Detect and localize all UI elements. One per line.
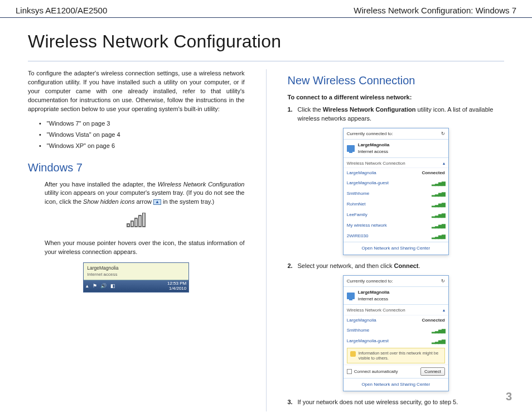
network-name: RohmNet (347, 201, 366, 208)
conn-text: LargeMagnolia Internet access (358, 142, 389, 155)
page-title: Wireless Network Configuration (0, 18, 532, 58)
os-link-list: "Windows 7" on page 3 "Windows Vista" on… (28, 119, 245, 151)
svg-rect-2 (135, 218, 137, 227)
network-name: Smithhome (347, 190, 369, 198)
signal-icon: ▂▃▅▆ (432, 180, 445, 187)
step-body: If your network does not use wireless se… (298, 398, 505, 407)
two-column-layout: To configure the adapter's wireless conn… (0, 69, 532, 411)
network-list: LargeMagnoliaConnectedSmithhome▂▃▅▆Large… (344, 315, 448, 347)
signal-icon: ▂▃▅▆ (432, 327, 445, 334)
step-body: Click the Wireless Network Configuration… (298, 106, 505, 123)
signal-icon: ▂▃▅▆ (432, 190, 445, 198)
taskbar-strip: ▴ ⚑ 🔊 ◧ 12:53 PM 1/4/2010 (84, 280, 188, 293)
tooltip-ssid: LargeMagnolia (87, 265, 185, 271)
step-1: 1. Click the Wireless Network Configurat… (288, 106, 505, 123)
steps-list-cont2: 3. If your network does not use wireless… (288, 398, 505, 407)
win7-para2: When your mouse pointer hovers over the … (28, 239, 245, 257)
left-column: To configure the adapter's wireless conn… (28, 69, 245, 411)
network-row: LargeMagnoliaConnected (344, 315, 448, 325)
step-body: Select your network, and then click Conn… (298, 262, 505, 271)
product-name: Linksys AE1200/AE2500 (16, 6, 107, 15)
bullet-win7: "Windows 7" on page 3 (39, 119, 245, 128)
signal-icon: ▂▃▅▆ (432, 338, 445, 345)
tray-icons: ▴ ⚑ 🔊 ◧ (86, 282, 117, 290)
section-text: Wireless Network Connection (347, 307, 405, 314)
wifi-popup-figure-2: Currently connected to: ↻ LargeMagnolia … (343, 275, 449, 391)
tray-clock: 12:53 PM 1/4/2010 (167, 281, 186, 291)
network-name: LargeMagnolia-guest (347, 180, 389, 187)
network-status: Connected (422, 317, 444, 324)
column-divider (266, 69, 267, 411)
signal-icon: ▂▃▅▆ (432, 212, 445, 219)
connect-button: Connect (420, 367, 445, 376)
step-number: 1. (288, 106, 298, 123)
header-bar: Linksys AE1200/AE2500 Wireless Network C… (0, 0, 532, 18)
shield-icon (350, 351, 356, 357)
section-label: Wireless Network Connection ▴ (344, 158, 448, 169)
section-path: Wireless Network Configuration: Windows … (354, 6, 516, 15)
network-row: LargeMagnolia-guest▂▃▅▆ (344, 178, 448, 189)
popup-header: Currently connected to: ↻ (344, 128, 448, 140)
win7-para1: After you have installed the adapter, th… (28, 180, 245, 207)
steps-list-cont: 2. Select your network, and then click C… (288, 262, 505, 271)
page-number: 3 (506, 390, 512, 403)
signal-icon: ▂▃▅▆ (432, 201, 445, 208)
tray-date: 1/4/2010 (169, 286, 186, 291)
popup-footer-link: Open Network and Sharing Center (344, 378, 448, 391)
conn-name: LargeMagnolia (358, 142, 389, 147)
connect-bold: Connect (394, 262, 419, 269)
popup-footer-link: Open Network and Sharing Center (344, 242, 448, 255)
procedure-lead: To connect to a different wireless netwo… (288, 93, 505, 102)
tooltip-status: Internet access (87, 271, 185, 278)
step-number: 3. (288, 398, 298, 407)
network-row: RohmNet▂▃▅▆ (344, 199, 448, 210)
step-2: 2. Select your network, and then click C… (288, 262, 505, 271)
connect-row: Connect automatically Connect (344, 365, 448, 379)
network-row: 2WIRE030▂▃▅▆ (344, 231, 448, 242)
refresh-icon: ↻ (441, 131, 445, 137)
chevron-up-icon: ▴ (443, 307, 445, 314)
popup-header: Currently connected to: ↻ (344, 276, 448, 288)
auto-label: Connect automatically (354, 368, 398, 375)
text: After you have installed the adapter, th… (45, 181, 158, 188)
new-connection-heading: New Wireless Connection (288, 73, 505, 89)
network-row: Smithhome▂▃▅▆ (344, 325, 448, 336)
step-3: 3. If your network does not use wireless… (288, 398, 505, 407)
bullet-xp: "Windows XP" on page 6 (39, 142, 245, 151)
systray-figure: LargeMagnolia Internet access ▴ ⚑ 🔊 ◧ 12… (28, 262, 245, 293)
network-row: LeeFamily▂▃▅▆ (344, 210, 448, 221)
monitor-icon (347, 145, 355, 152)
step-number: 2. (288, 262, 298, 271)
refresh-icon: ↻ (441, 278, 445, 285)
text: Select your network, and then click (298, 262, 394, 269)
monitor-icon (347, 293, 355, 299)
signal-icon: ▂▃▅▆ (432, 233, 445, 240)
network-status: Connected (422, 170, 444, 176)
bullet-vista: "Windows Vista" on page 4 (39, 131, 245, 140)
network-name: LargeMagnolia (347, 317, 376, 324)
systray-tooltip: LargeMagnolia Internet access ▴ ⚑ 🔊 ◧ 12… (83, 262, 189, 293)
text: Click the (298, 106, 323, 113)
popup-header-text: Currently connected to: (347, 131, 393, 137)
network-list: LargeMagnoliaConnectedLargeMagnolia-gues… (344, 168, 448, 242)
tray-time: 12:53 PM (167, 281, 186, 286)
utility-name: Wireless Network Configuration (158, 181, 245, 188)
network-row: Smithhome▂▃▅▆ (344, 189, 448, 199)
current-connection: LargeMagnolia Internet access (344, 287, 448, 305)
svg-rect-3 (139, 215, 141, 227)
network-name: LargeMagnolia-guest (347, 338, 389, 345)
security-warning: Information sent over this network might… (347, 348, 445, 363)
network-name: 2WIRE030 (347, 233, 369, 240)
chevron-up-icon: ▴ (443, 160, 445, 167)
right-column: New Wireless Connection To connect to a … (288, 69, 505, 411)
network-row: LargeMagnolia-guest▂▃▅▆ (344, 336, 448, 347)
utility-bold: Wireless Network Configuration (323, 106, 416, 113)
tooltip-body: LargeMagnolia Internet access (84, 263, 188, 280)
wifi-popup-figure-1: Currently connected to: ↻ LargeMagnolia … (343, 128, 449, 255)
current-connection: LargeMagnolia Internet access (344, 140, 448, 157)
text: . (419, 262, 420, 269)
svg-rect-4 (143, 213, 145, 227)
auto-connect-checkbox: Connect automatically (347, 368, 398, 375)
signal-icon: ▂▃▅▆ (432, 222, 445, 229)
show-hidden-label: Show hidden icons (83, 198, 134, 205)
